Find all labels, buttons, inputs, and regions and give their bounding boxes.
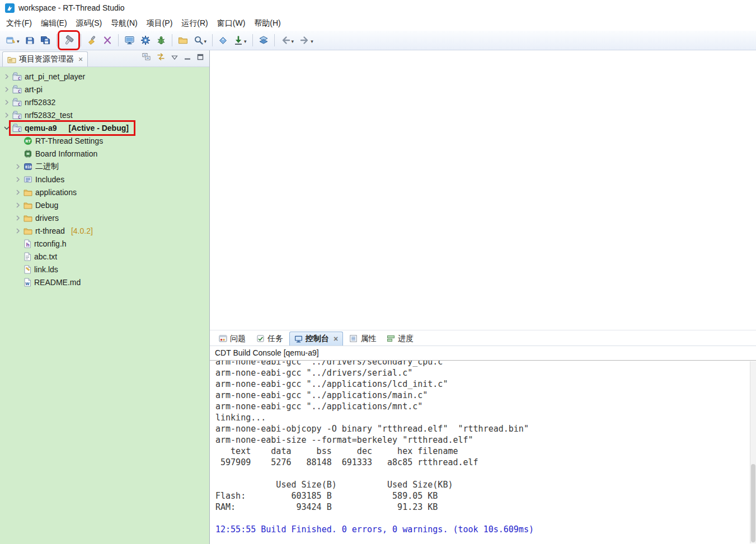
tree-item-content: applications (22, 187, 81, 198)
build-button[interactable] (60, 32, 78, 48)
collapse-all-button[interactable] (142, 53, 151, 63)
monitor-icon (124, 35, 135, 45)
tab-progress[interactable]: 进度 (382, 332, 418, 346)
debug-button[interactable] (153, 32, 169, 48)
console-line: arm-none-eabi-objcopy -O binary "rtthrea… (215, 423, 747, 434)
tree-item-link-lds[interactable]: link.lds (0, 263, 209, 276)
tree-item-applications[interactable]: applications (0, 186, 209, 198)
view-menu-button[interactable] (171, 53, 178, 62)
tree-item-rt-thread-settings[interactable]: RTRT-Thread Settings (0, 134, 209, 147)
chevron-expanded-icon[interactable] (2, 124, 11, 133)
tree-item-debug[interactable]: Debug (0, 198, 209, 211)
console-scrollbar-thumb[interactable] (751, 464, 755, 542)
menu-help[interactable]: 帮助(H) (250, 16, 285, 31)
maximize-button[interactable] (197, 53, 204, 62)
tree-item-rtconfig-h[interactable]: hrtconfig.h (0, 237, 209, 250)
console-line: 597909 5276 88148 691333 a8c85 rtthread.… (215, 457, 747, 468)
save-button[interactable] (22, 32, 37, 48)
tree-item-nrf52832-test[interactable]: Cnrf52832_test (0, 108, 209, 121)
tree-item-readme-md[interactable]: wREADME.md (0, 276, 209, 288)
chevron-collapsed-icon[interactable] (13, 201, 22, 210)
chevron-collapsed-icon[interactable] (2, 111, 11, 120)
sdk-manager-button[interactable] (121, 32, 138, 48)
back-button-dropdown-icon[interactable] (291, 36, 294, 45)
app-logo-icon (5, 3, 15, 13)
new-button-dropdown-icon[interactable] (16, 36, 20, 45)
tree-item-version: [4.0.2] (71, 226, 93, 235)
console-line: arm-none-eabi-gcc "../applications/lcd_i… (215, 379, 747, 390)
menu-edit[interactable]: 编辑(E) (36, 16, 72, 31)
tab-problems[interactable]: 问题 (214, 332, 250, 346)
chevron-collapsed-icon[interactable] (2, 98, 11, 107)
console-panel: 问题任务控制台属性进度 CDT Build Console [qemu-a9] … (210, 330, 756, 544)
console-line: text data bss dec hex filename (215, 446, 747, 457)
cut-button[interactable] (100, 32, 115, 48)
tree-item-qemu-a9[interactable]: Cqemu-a9[Active - Debug] (0, 121, 209, 134)
chevron-collapsed-icon[interactable] (13, 226, 22, 235)
toolbar-separator (172, 34, 172, 46)
tree-item-nrf52832[interactable]: Cnrf52832 (0, 96, 209, 108)
svg-text:w: w (25, 281, 30, 286)
tree-item-label: abc.txt (34, 252, 57, 261)
chevron-collapsed-icon[interactable] (2, 72, 11, 81)
tree-item-abc-txt[interactable]: abc.txt (0, 250, 209, 263)
tab-label: 属性 (360, 334, 376, 344)
save-all-button[interactable] (37, 32, 54, 48)
forward-button-dropdown-icon[interactable] (310, 36, 313, 45)
tab-console[interactable]: 控制台 (289, 332, 343, 346)
menu-navigate[interactable]: 导航(N) (106, 16, 142, 31)
download-button-dropdown-icon[interactable] (243, 36, 247, 45)
chevron-collapsed-icon[interactable] (13, 175, 22, 184)
tree-item-content: Includes (22, 174, 69, 185)
tree-item-binaries[interactable]: 010二进制 (0, 160, 209, 173)
tab-properties[interactable]: 属性 (345, 332, 381, 346)
menu-file[interactable]: 文件(F) (2, 16, 36, 31)
rt-settings-button[interactable] (138, 32, 153, 48)
toolbar-separator (118, 34, 119, 46)
tree-item-board-information[interactable]: Board Information (0, 147, 209, 160)
search-button[interactable] (191, 32, 210, 48)
tree-item-art-pi[interactable]: Cart-pi (0, 83, 209, 96)
chevron-collapsed-icon[interactable] (13, 214, 22, 223)
tag-button[interactable] (215, 32, 231, 48)
console-scrollbar[interactable] (750, 361, 756, 543)
project-icon: C (12, 85, 22, 94)
tab-tasks[interactable]: 任务 (252, 332, 288, 346)
chevron-collapsed-icon[interactable] (13, 162, 22, 171)
tab-project-explorer[interactable]: 项目资源管理器 (2, 51, 88, 67)
close-icon[interactable] (334, 335, 338, 343)
hammer-icon (63, 34, 75, 46)
search-button-dropdown-icon[interactable] (204, 36, 207, 45)
new-wizard-icon (6, 35, 16, 45)
back-button[interactable] (278, 32, 297, 48)
project-icon: C (12, 111, 22, 120)
menu-window[interactable]: 窗口(W) (213, 16, 250, 31)
svg-text:C: C (18, 88, 21, 93)
forward-button[interactable] (297, 32, 316, 48)
link-editor-icon (157, 53, 165, 61)
menu-source[interactable]: 源码(S) (72, 16, 107, 31)
toolbar-separator (212, 34, 213, 46)
chevron-collapsed-icon[interactable] (2, 85, 11, 94)
packages-button[interactable] (175, 32, 191, 48)
tree-item-art-pi-net-player[interactable]: Cart_pi_net_player (0, 70, 209, 83)
clean-button[interactable] (84, 32, 100, 48)
new-button[interactable] (3, 32, 22, 48)
download-button[interactable] (231, 32, 250, 48)
tree-item-rt-thread[interactable]: rt-thread[4.0.2] (0, 224, 209, 237)
tree-item-label: art-pi (25, 85, 43, 94)
folder-icon (24, 214, 32, 223)
terminal-button[interactable] (256, 32, 271, 48)
tree-item-drivers[interactable]: drivers (0, 211, 209, 224)
svg-text:C: C (18, 114, 21, 119)
tab-label: 控制台 (306, 334, 329, 344)
close-icon[interactable] (78, 55, 83, 63)
link-with-editor-button[interactable] (157, 53, 165, 63)
tree-item-includes[interactable]: Includes (0, 173, 209, 186)
chevron-collapsed-icon[interactable] (13, 188, 22, 197)
menu-project[interactable]: 项目(P) (142, 16, 177, 31)
tab-label: 任务 (267, 334, 283, 344)
menu-run[interactable]: 运行(R) (177, 16, 212, 31)
toolbar-separator (57, 34, 57, 46)
minimize-button[interactable] (184, 53, 191, 62)
